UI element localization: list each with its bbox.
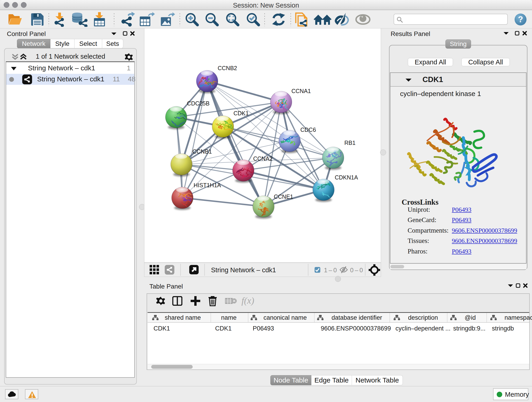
svg-text:HIST1H1A: HIST1H1A bbox=[194, 182, 221, 188]
svg-text:CCNB1: CCNB1 bbox=[192, 148, 212, 155]
svg-text:RB1: RB1 bbox=[344, 140, 355, 146]
svg-text:CCNB2: CCNB2 bbox=[218, 65, 237, 71]
svg-text:CCNA1: CCNA1 bbox=[291, 88, 311, 94]
svg-text:CCNA2: CCNA2 bbox=[253, 155, 273, 162]
svg-text:CCNE1: CCNE1 bbox=[274, 193, 293, 200]
svg-text:CDKN1A: CDKN1A bbox=[335, 174, 358, 181]
svg-text:CDK1: CDK1 bbox=[234, 110, 249, 116]
svg-text:CDC6: CDC6 bbox=[300, 127, 316, 133]
svg-text:CDC25B: CDC25B bbox=[187, 100, 210, 107]
